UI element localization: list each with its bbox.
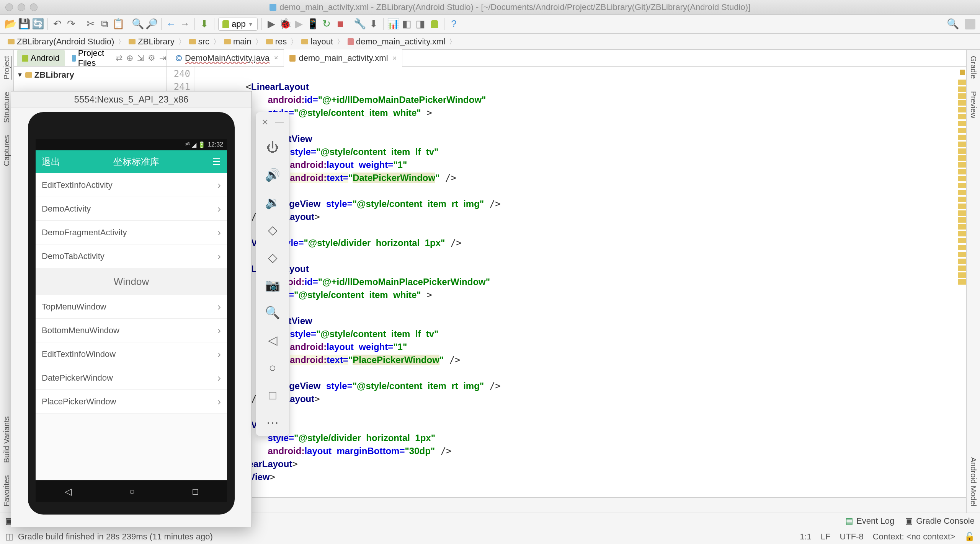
- event-log-icon: ▤: [845, 516, 853, 526]
- file-encoding[interactable]: UTF-8: [840, 532, 863, 542]
- emulator-window[interactable]: 5554:Nexus_5_API_23_x86 ³ᴳ ◢ 🔋12:32 退出 坐…: [11, 91, 252, 527]
- list-item[interactable]: DatePickerWindow›: [36, 366, 227, 390]
- close-tab-icon[interactable]: ×: [274, 54, 278, 62]
- gear-icon[interactable]: ⚙: [148, 53, 155, 63]
- camera-icon[interactable]: 📷: [265, 277, 280, 293]
- overview-icon[interactable]: □: [265, 388, 280, 403]
- menu-icon[interactable]: ☰: [212, 156, 221, 167]
- list-item[interactable]: EditTextInfoActivity›: [36, 173, 227, 197]
- event-log-button[interactable]: ▤Event Log: [845, 516, 894, 526]
- find-icon[interactable]: 🔍: [132, 18, 144, 30]
- breadcrumb-item[interactable]: layout: [298, 37, 336, 47]
- list-item[interactable]: DemoFragmentActivity›: [36, 221, 227, 244]
- sdk-icon[interactable]: ⬇: [368, 18, 379, 30]
- collapse-icon[interactable]: ⇲: [137, 53, 144, 63]
- paste-icon[interactable]: 📋: [113, 18, 124, 30]
- back-button[interactable]: 退出: [42, 156, 60, 168]
- cut-icon[interactable]: ✂: [85, 18, 96, 30]
- breadcrumb-item[interactable]: src: [186, 37, 212, 47]
- power-icon[interactable]: ⏻: [265, 140, 280, 155]
- sidebar-item-preview[interactable]: Preview: [969, 89, 978, 121]
- app-list[interactable]: EditTextInfoActivity› DemoActivity› Demo…: [36, 173, 227, 480]
- make-icon[interactable]: ⬇: [199, 18, 210, 30]
- window-icon[interactable]: ◫: [5, 532, 13, 542]
- breadcrumb-item[interactable]: ZBLibrary: [126, 37, 177, 47]
- back-icon[interactable]: ←: [165, 18, 177, 30]
- error-stripe[interactable]: [958, 67, 966, 497]
- list-item[interactable]: EditTextInfoWindow›: [36, 342, 227, 366]
- sidebar-item-project[interactable]: Project: [2, 54, 11, 82]
- search-icon[interactable]: 🔍: [947, 18, 959, 30]
- run-button[interactable]: ▶: [266, 18, 277, 30]
- tool1-icon[interactable]: ◧: [401, 18, 413, 30]
- list-item[interactable]: BottomMenuWindow›: [36, 319, 227, 342]
- undo-icon[interactable]: ↶: [52, 18, 63, 30]
- maximize-window-button[interactable]: [30, 3, 38, 11]
- copy-icon[interactable]: ⧉: [99, 18, 110, 30]
- open-icon[interactable]: 📂: [5, 18, 16, 30]
- back-icon[interactable]: ◁: [265, 332, 280, 348]
- coverage-icon[interactable]: ▶: [293, 18, 305, 30]
- recents-nav-icon[interactable]: □: [193, 486, 198, 497]
- project-tab-android[interactable]: Android: [17, 50, 65, 66]
- home-icon[interactable]: ○: [265, 360, 280, 375]
- project-tree[interactable]: ▼ ZBLibrary: [14, 67, 167, 83]
- sidebar-item-build-variants[interactable]: Build Variants: [2, 414, 11, 465]
- sidebar-item-structure[interactable]: Structure: [2, 90, 11, 125]
- minimize-window-button[interactable]: [18, 3, 25, 11]
- rerun-icon[interactable]: ↻: [321, 18, 332, 30]
- stop-button[interactable]: [335, 18, 346, 30]
- tool2-icon[interactable]: ◨: [415, 18, 426, 30]
- redo-icon[interactable]: ↷: [65, 18, 77, 30]
- sidebar-item-favorites[interactable]: Favorites: [2, 473, 11, 509]
- breadcrumb-item[interactable]: res: [263, 37, 290, 47]
- caret-position[interactable]: 1:1: [800, 532, 812, 542]
- breadcrumb-item[interactable]: main: [221, 37, 255, 47]
- editor-tab[interactable]: demo_main_activity.xml ×: [284, 49, 402, 67]
- lock-icon[interactable]: 🔓: [964, 532, 975, 542]
- code-content[interactable]: <LinearLayout android:id="@+id/llDemoMai…: [194, 67, 958, 497]
- avd-icon[interactable]: 🔧: [354, 18, 366, 30]
- gradle-console-button[interactable]: ▣Gradle Console: [905, 516, 975, 526]
- minimize-icon[interactable]: —: [275, 117, 284, 127]
- rotate-right-icon[interactable]: ◇: [265, 250, 280, 265]
- sidebar-item-captures[interactable]: Captures: [2, 133, 11, 168]
- forward-icon[interactable]: →: [179, 18, 191, 30]
- run-configuration-dropdown[interactable]: app ▼: [218, 18, 258, 31]
- close-icon[interactable]: ✕: [261, 117, 268, 127]
- debug-button[interactable]: 🐞: [279, 18, 291, 30]
- save-icon[interactable]: 💾: [18, 18, 30, 30]
- user-icon[interactable]: [965, 19, 975, 29]
- target-icon[interactable]: ⊕: [126, 53, 133, 63]
- hide-icon[interactable]: ⇥: [159, 53, 166, 63]
- more-icon[interactable]: ⋯: [265, 415, 280, 430]
- close-window-button[interactable]: [5, 3, 13, 11]
- home-nav-icon[interactable]: ○: [129, 486, 135, 497]
- editor-tab[interactable]: C DemoMainActivity.java ×: [170, 49, 284, 67]
- android-icon[interactable]: [429, 18, 440, 30]
- zoom-icon[interactable]: 🔍: [265, 305, 280, 320]
- attach-icon[interactable]: 📱: [307, 18, 318, 30]
- volume-up-icon[interactable]: 🔊: [265, 167, 280, 182]
- list-item[interactable]: DemoTabActivity›: [36, 244, 227, 268]
- replace-icon[interactable]: 🔎: [146, 18, 157, 30]
- emulator-title: 5554:Nexus_5_API_23_x86: [11, 91, 252, 107]
- more-tabs-icon[interactable]: ⇄: [113, 53, 125, 63]
- volume-down-icon[interactable]: 🔉: [265, 195, 280, 210]
- rotate-left-icon[interactable]: ◇: [265, 222, 280, 238]
- list-item[interactable]: TopMenuWindow›: [36, 295, 227, 319]
- sidebar-item-gradle[interactable]: Gradle: [969, 54, 978, 81]
- list-item[interactable]: DemoActivity›: [36, 197, 227, 221]
- back-nav-icon[interactable]: ◁: [65, 486, 72, 497]
- ddms-icon[interactable]: 📊: [387, 18, 399, 30]
- sync-icon[interactable]: 🔄: [32, 18, 44, 30]
- close-tab-icon[interactable]: ×: [393, 54, 397, 62]
- breadcrumb-item[interactable]: demo_main_activity.xml: [345, 37, 448, 47]
- help-icon[interactable]: ?: [448, 18, 460, 30]
- phone-screen[interactable]: ³ᴳ ◢ 🔋12:32 退出 坐标标准库 ☰ EditTextInfoActiv…: [36, 139, 227, 480]
- line-separator[interactable]: LF: [821, 532, 831, 542]
- context-label[interactable]: Context: <no context>: [873, 532, 955, 542]
- list-item[interactable]: PlacePickerWindow›: [36, 390, 227, 414]
- sidebar-item-android-model[interactable]: Android Model: [969, 455, 978, 509]
- tree-root[interactable]: ▼ ZBLibrary: [17, 69, 163, 81]
